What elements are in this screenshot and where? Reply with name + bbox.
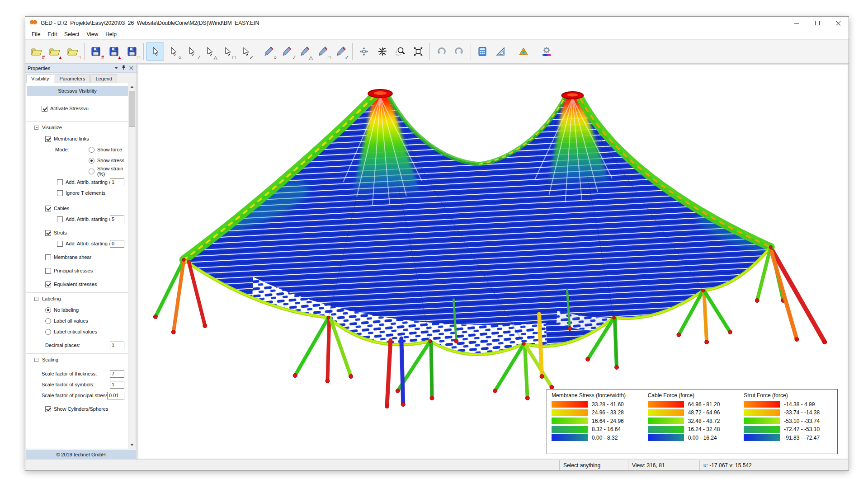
select-points-button[interactable]: ○ (164, 42, 182, 61)
legend-row: -72.47 - -53.10 (744, 426, 833, 433)
draw-squares-button[interactable]: □ (314, 42, 332, 61)
struts-add-attrib-input[interactable]: 0 (110, 240, 124, 248)
panel-close-icon[interactable] (129, 66, 133, 70)
main-viewport[interactable]: Membrane Stress (force/width)33.28 - 41.… (138, 64, 848, 459)
principal-stresses-checkbox[interactable] (45, 268, 51, 274)
panel-menu-chevron-icon[interactable] (114, 67, 118, 69)
scale-principal-input[interactable]: 0.01 (107, 392, 124, 399)
save-file-triangle-button[interactable]: ▲ (105, 42, 123, 61)
legend-column-title: Cable Force (force) (648, 392, 737, 399)
cables-add-attrib-checkbox[interactable] (57, 216, 63, 222)
legend-range-value: -91.83 - -72.47 (784, 435, 820, 441)
membrane-add-attrib-input[interactable]: 1 (110, 178, 124, 186)
no-labeling-radio[interactable] (45, 307, 51, 313)
select-check-button[interactable]: ✓ (236, 42, 255, 61)
orbit-view-button[interactable] (355, 42, 373, 61)
spray-icon (373, 43, 391, 60)
label-critical-values-radio[interactable] (45, 329, 51, 335)
scroll-up-button[interactable] (128, 83, 136, 91)
struts-add-attrib-row: Add. Attrib. starting with: 0 (57, 238, 128, 249)
struts-add-attrib-checkbox[interactable] (57, 241, 63, 247)
undo-icon (433, 43, 450, 60)
gradient-swatch (648, 409, 684, 416)
status-view: View: 316, 81 (628, 460, 699, 470)
legend-range-value: 16.24 - 32.48 (688, 426, 720, 432)
show-force-radio[interactable] (89, 147, 94, 153)
spray-button[interactable] (373, 42, 391, 61)
draw-lines-button[interactable]: ∕ (278, 42, 296, 61)
collapse-scaling-icon[interactable] (34, 358, 38, 362)
app-logo-icon (29, 19, 38, 27)
tab-visibility[interactable]: Visibility (26, 74, 54, 83)
gradient-swatch (552, 401, 588, 408)
toolbar-separator (84, 43, 85, 60)
decimal-places-input[interactable]: 1 (110, 342, 124, 349)
zoom-window-button[interactable] (391, 42, 409, 61)
calculator-button[interactable] (473, 42, 491, 61)
draw-check-icon: ✓ (332, 43, 349, 60)
equivalent-stresses-checkbox[interactable] (45, 282, 51, 287)
open-file-triangle-button[interactable]: ▲ (46, 42, 64, 61)
undo-button[interactable] (432, 42, 450, 61)
draw-triangles-button[interactable]: △ (296, 42, 314, 61)
show-strain-radio[interactable] (89, 169, 94, 174)
activate-stressvu-checkbox[interactable] (42, 106, 47, 112)
legend-range-value: -14.38 - 4.99 (784, 401, 815, 408)
minimize-button[interactable] (786, 17, 807, 29)
close-button[interactable] (828, 17, 849, 29)
scale-thickness-input[interactable]: 7 (110, 370, 124, 378)
measure-icon (492, 43, 509, 60)
tab-legend[interactable]: Legend (90, 74, 117, 83)
measure-button[interactable] (491, 42, 509, 61)
collapse-visualize-icon[interactable] (34, 126, 38, 130)
stressvu-settings-button[interactable] (538, 42, 556, 61)
collapse-labeling-icon[interactable] (34, 297, 38, 301)
membrane-shear-checkbox[interactable] (45, 254, 51, 260)
zoom-fit-button[interactable] (409, 42, 427, 61)
legend-range-value: 64.96 - 81.20 (688, 401, 720, 408)
maximize-button[interactable] (807, 17, 828, 29)
select-tool-button[interactable] (146, 42, 164, 61)
select-triangles-button[interactable]: △ (200, 42, 218, 61)
menu-select[interactable]: Select (61, 30, 83, 38)
legend-column-title: Strut Force (force) (744, 392, 833, 399)
open-file-square-button[interactable]: □ (64, 42, 82, 61)
tab-parameters[interactable]: Parameters (55, 74, 90, 83)
status-message-area (25, 460, 559, 470)
show-stress-radio[interactable] (89, 158, 94, 164)
scroll-down-button[interactable] (128, 441, 136, 449)
label-all-values-radio[interactable] (45, 318, 51, 324)
menu-bar: FileEditSelectViewHelp (25, 29, 849, 39)
menu-view[interactable]: View (83, 30, 102, 38)
membrane-add-attrib-checkbox[interactable] (57, 179, 63, 185)
cables-add-attrib-input[interactable]: 5 (110, 216, 124, 223)
select-lines-icon: ∕ (183, 43, 200, 60)
scrollbar-thumb[interactable] (129, 91, 135, 127)
scale-symbols-input[interactable]: 1 (110, 381, 124, 389)
maximize-icon (815, 21, 820, 25)
gradient-swatch (648, 434, 684, 441)
show-cylinders-checkbox[interactable] (45, 406, 51, 412)
toolbar-separator (512, 43, 512, 60)
select-squares-icon: □ (219, 43, 236, 60)
select-lines-button[interactable]: ∕ (182, 42, 200, 61)
menu-help[interactable]: Help (102, 30, 120, 38)
select-squares-button[interactable]: □ (218, 42, 236, 61)
struts-checkbox[interactable] (45, 230, 51, 236)
scale-symbols-row: Scale factor of symbols: 1 (42, 379, 128, 390)
mesh-view-button[interactable] (514, 42, 533, 61)
draw-points-button[interactable]: ○ (259, 42, 278, 61)
membrane-links-checkbox[interactable] (45, 136, 51, 142)
menu-file[interactable]: File (28, 30, 44, 38)
cables-checkbox[interactable] (45, 206, 51, 211)
pin-icon[interactable] (122, 65, 126, 71)
save-file-hash-button[interactable]: # (87, 42, 105, 61)
panel-scrollbar[interactable] (128, 83, 136, 449)
open-file-hash-button[interactable]: # (28, 42, 46, 61)
menu-edit[interactable]: Edit (44, 30, 61, 38)
draw-check-button[interactable]: ✓ (332, 42, 350, 61)
save-file-square-button[interactable]: □ (123, 42, 141, 61)
label-all-row: Label all values (45, 315, 128, 326)
ignore-t-checkbox[interactable] (57, 190, 63, 196)
redo-button[interactable] (450, 42, 468, 61)
